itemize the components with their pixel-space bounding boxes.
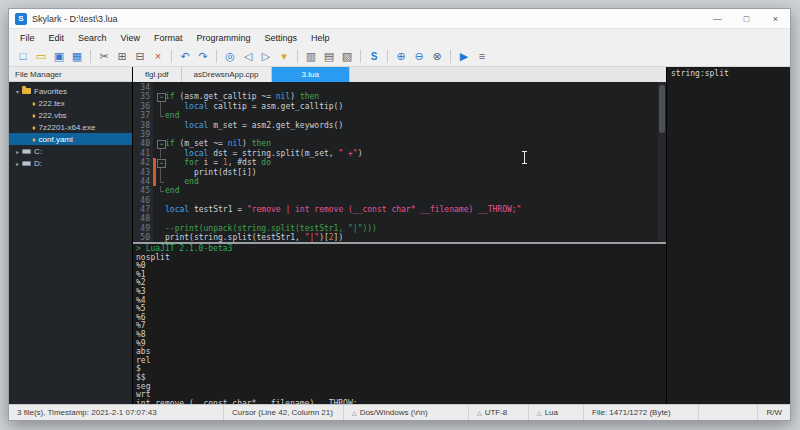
open-folder-icon[interactable]: ▭ [33,48,49,64]
fold-toggle-icon[interactable] [156,92,165,101]
console-line: seg [136,383,666,392]
expand-arrow-icon[interactable]: ▸ [13,160,22,167]
code-text: if (asm.get_calltip ~= nil) then [165,92,666,101]
layout-icon[interactable]: ▤ [321,48,337,64]
code-line: 34 [133,83,666,92]
status-encoding[interactable]: △UTF-8 [469,405,529,420]
tab-flgl-pdf[interactable]: flgl.pdf [133,67,182,82]
console-line: abs [136,348,666,357]
menu-settings[interactable]: Settings [257,31,304,45]
minimize-button[interactable]: — [703,9,732,28]
tree-item-label: Favorites [34,87,67,96]
menu-file[interactable]: File [13,31,42,45]
undo-icon[interactable]: ↶ [177,48,193,64]
tree-item-c-[interactable]: ▸C: [9,145,132,157]
output-console[interactable]: > LuaJIT 2.1.0-beta3nosplit%0%1%2%3%4%5%… [133,244,666,404]
zoom-reset-icon[interactable]: ⊗ [429,48,445,64]
tree-item-222-tex[interactable]: ♦222.tex [9,97,132,109]
fold-margin [156,121,165,130]
tree-item-label: 222.vbs [39,111,67,120]
line-number: 37 [133,111,153,120]
statusbar: 3 file(s), Timestamp: 2021-2-1 07:07:43C… [9,404,790,420]
zoom-out-icon[interactable]: ⊖ [411,48,427,64]
menu-view[interactable]: View [114,31,147,45]
status-text: Lua [545,408,558,417]
redo-icon[interactable]: ↷ [195,48,211,64]
toolbar-separator [450,50,451,63]
menu-help[interactable]: Help [304,31,337,45]
code-line: 46 [133,196,666,205]
code-text: local testStr1 = "remove | int remove (_… [165,205,666,214]
find-icon[interactable]: ◎ [222,48,238,64]
line-number: 44 [133,177,153,186]
line-number: 50 [133,233,153,242]
close-button[interactable]: × [761,9,790,28]
expand-arrow-icon[interactable]: ▾ [13,88,22,95]
tree-item-conf-yaml[interactable]: ♦conf.yaml [9,133,132,145]
find-next-icon[interactable]: ▷ [258,48,274,64]
copy-icon[interactable]: ⊞ [114,48,130,64]
run-icon[interactable]: ▶ [456,48,472,64]
bookmark-icon[interactable]: ▾ [276,48,292,64]
maximize-button[interactable]: □ [732,9,761,28]
save-icon[interactable]: ▣ [51,48,67,64]
fold-margin [156,224,165,233]
find-prev-icon[interactable]: ◁ [240,48,256,64]
print-icon[interactable]: ▧ [339,48,355,64]
menu-programming[interactable]: Programming [189,31,257,45]
file-manager-header[interactable]: File Manager [9,67,132,82]
toolbar-separator [90,50,91,63]
menu-search[interactable]: Search [71,31,114,45]
expand-arrow-icon[interactable]: ▸ [13,148,22,155]
editor-scrollbar[interactable] [658,82,666,242]
zoom-in-icon[interactable]: ⊕ [393,48,409,64]
code-line: 49--print(unpack(string.split(testStr1, … [133,224,666,233]
status-line-endings[interactable]: △Dos/Windows (\r\n) [344,405,469,420]
fold-margin [156,149,165,158]
console-line: %4 [136,297,666,306]
file-icon: ♦ [32,112,36,119]
tab-bar: flgl.pdfasDrewsnApp.cpp3.lua [133,67,666,82]
code-line: 36 local calltip = asm.get_calltip() [133,102,666,111]
delete-icon[interactable]: × [150,48,166,64]
fold-margin [156,83,165,92]
line-number: 34 [133,83,153,92]
script-icon[interactable]: S [366,48,382,64]
tree-item-label: 7z2201-x64.exe [39,123,96,132]
line-number: 47 [133,205,153,214]
tree-item-label: C: [34,147,42,156]
tree-item-d-[interactable]: ▸D: [9,157,132,169]
new-file-icon[interactable]: □ [15,48,31,64]
tab-asdrewsnapp-cpp[interactable]: asDrewsnApp.cpp [182,67,272,82]
fold-margin [156,205,165,214]
toolbar-separator [171,50,172,63]
settings-menu-icon[interactable]: ≡ [474,48,490,64]
code-editor[interactable]: 3435if (asm.get_calltip ~= nil) then36 l… [133,82,666,242]
menu-format[interactable]: Format [147,31,190,45]
drive-icon [22,149,31,154]
line-number: 36 [133,102,153,111]
split-view-icon[interactable]: ▥ [303,48,319,64]
console-line: %8 [136,331,666,340]
tab-3-lua[interactable]: 3.lua [272,67,350,82]
line-number: 49 [133,224,153,233]
cut-icon[interactable]: ✂ [96,48,112,64]
window-title: Skylark - D:\test\3.lua [32,14,118,24]
tree-item-7z2201-x64-exe[interactable]: ♦7z2201-x64.exe [9,121,132,133]
paste-icon[interactable]: ⊟ [132,48,148,64]
menu-edit[interactable]: Edit [42,31,72,45]
status-text: Cursor (Line 42, Column 21) [232,408,333,417]
app-icon: S [15,13,27,25]
code-line: 45end [133,186,666,195]
tree-item-favorites[interactable]: ▾Favorites [9,85,132,97]
symbol-item[interactable]: string:split [671,69,786,79]
status-language-mode[interactable]: △Lua [529,405,584,420]
fold-margin [156,196,165,205]
console-line: %9 [136,340,666,349]
code-text: local dst = string.split(m_set, " +") [165,149,666,158]
tree-item-222-vbs[interactable]: ♦222.vbs [9,109,132,121]
drive-icon [22,161,31,166]
fold-toggle-icon[interactable] [156,139,165,148]
fold-toggle-icon[interactable] [156,158,165,167]
save-all-icon[interactable]: ▦ [69,48,85,64]
